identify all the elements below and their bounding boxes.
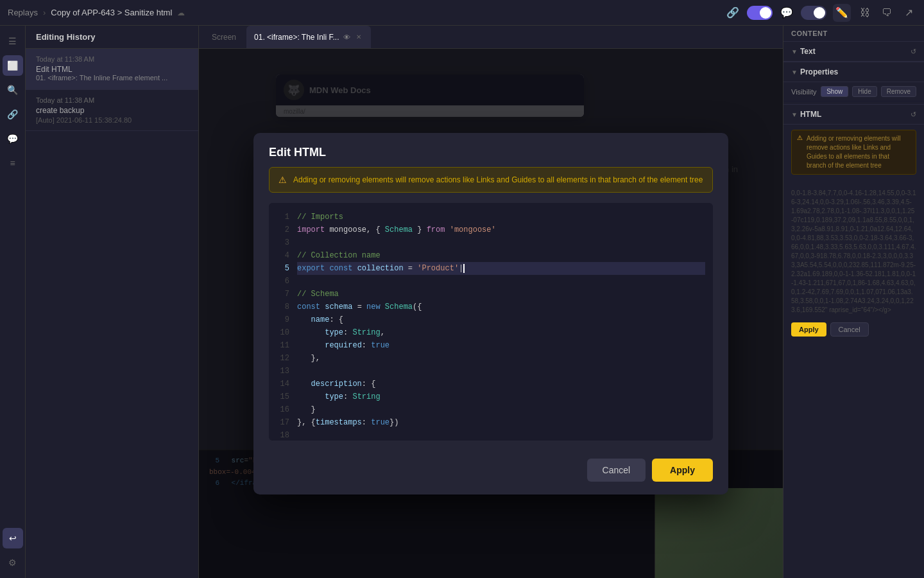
right-panel: CONTENT ▼ Text ↺ ▼ Properties Visibility…	[783, 26, 924, 578]
code-line-8: const schema = new Schema({	[297, 301, 705, 313]
settings-icon[interactable]: ⚙	[3, 552, 23, 573]
html-section-header[interactable]: ▼ HTML ↺	[783, 104, 924, 125]
modal-header: Edit HTML ⚠ Adding or removing elements …	[253, 133, 728, 203]
modal-overlay[interactable]: Edit HTML ⚠ Adding or removing elements …	[199, 49, 783, 578]
html-cancel-button[interactable]: Cancel	[830, 322, 869, 337]
code-line-4: // Collection name	[297, 249, 705, 262]
html-reset-icon[interactable]: ↺	[911, 110, 916, 119]
comment-icon[interactable]: 💬	[779, 5, 794, 21]
document-title: Copy of APP-643 > Sanitize html	[51, 8, 172, 17]
html-apply-button[interactable]: Apply	[791, 322, 826, 337]
cloud-icon: ☁	[177, 8, 185, 17]
code-line-9: name: {	[297, 313, 705, 326]
chain-icon[interactable]: ⛓	[857, 5, 873, 21]
toggle-icon[interactable]	[747, 6, 773, 20]
breadcrumb-separator: ›	[43, 8, 46, 17]
html-data-text: 0,0-1.8-3.84,7.7,0,0-4.16-1.28,14.55,0,0…	[791, 189, 916, 315]
tab-screen-label: Screen	[212, 33, 236, 42]
code-line-14: description: {	[297, 378, 705, 390]
history-sub-2: [Auto] 2021-06-11 15:38:24.80	[36, 116, 188, 124]
tab-bar: Screen 01. <iframe>: The Inli F... 👁 ✕	[199, 26, 783, 49]
code-line-11: required: true	[297, 339, 705, 352]
modal-cancel-button[interactable]: Cancel	[587, 459, 646, 482]
code-line-7: // Schema	[297, 288, 705, 301]
text-section-title: ▼ Text	[791, 47, 907, 56]
toggle2-icon[interactable]	[801, 6, 826, 20]
html-warning: ⚠ Adding or removing elements will remov…	[791, 130, 916, 175]
link-icon2[interactable]: 🔗	[3, 104, 23, 125]
history-item-edit-html[interactable]: Today at 11:38 AM Edit HTML 01. <iframe>…	[26, 49, 198, 90]
share-icon[interactable]: ↗	[901, 5, 916, 21]
properties-section-header[interactable]: ▼ Properties	[783, 62, 924, 82]
edit-icon[interactable]: ✏️	[833, 4, 851, 22]
link-icon[interactable]: 🔗	[725, 5, 740, 21]
code-line-6	[297, 275, 705, 288]
tab-screen[interactable]: Screen	[204, 26, 244, 48]
warning-icon: ⚠	[278, 175, 287, 185]
html-section-body: ⚠ Adding or removing elements will remov…	[783, 125, 924, 185]
replays-label[interactable]: Replays	[8, 8, 38, 17]
history-timestamp-1: Today at 11:38 AM	[36, 55, 188, 63]
code-line-2: import mongoose, { Schema } from 'mongoo…	[297, 223, 705, 236]
warning-text: Adding or removing elements will remove …	[293, 174, 703, 186]
code-line-17: }, {timestamps: true})	[297, 416, 705, 429]
code-line-1: // Imports	[297, 211, 705, 223]
code-content[interactable]: // Imports import mongoose, { Schema } f…	[297, 203, 713, 441]
html-warning-icon: ⚠	[797, 134, 803, 170]
tab-preview-icon[interactable]: 👁	[343, 33, 350, 41]
code-line-10: type: String,	[297, 326, 705, 339]
content-section-label: CONTENT	[783, 26, 924, 42]
code-line-13	[297, 365, 705, 378]
code-editor[interactable]: 1 2 3 4 5 6 7 8 9 10 11	[269, 203, 713, 441]
modal-warning: ⚠ Adding or removing elements will remov…	[269, 167, 713, 193]
visibility-row: Visibility Show Hide Remove	[783, 82, 924, 101]
line-numbers: 1 2 3 4 5 6 7 8 9 10 11	[269, 203, 297, 441]
menu-icon[interactable]: ☰	[3, 31, 23, 51]
left-sidebar: ☰ ⬜ 🔍 🔗 💬 ≡ ↩ ⚙	[0, 26, 26, 578]
code-line-15: type: String	[297, 390, 705, 403]
code-line-18	[297, 429, 705, 441]
tab-iframe-label: 01. <iframe>: The Inli F...	[254, 33, 339, 42]
text-reset-icon[interactable]: ↺	[911, 48, 916, 56]
hide-button[interactable]: Hide	[852, 86, 877, 97]
history-action-1: Edit HTML	[36, 65, 188, 74]
modal-footer: Cancel Apply	[253, 451, 728, 495]
html-apply-cancel-row: Apply Cancel	[783, 319, 924, 343]
text-section-header: ▼ Text ↺	[783, 42, 924, 62]
html-warning-text: Adding or removing elements will remove …	[807, 134, 911, 170]
html-data-content: 0,0-1.8-3.84,7.7,0,0-4.16-1.28,14.55,0,0…	[783, 185, 924, 319]
code-line-12: },	[297, 352, 705, 365]
modal-apply-button[interactable]: Apply	[652, 459, 713, 482]
canvas-area[interactable]: 🐺 MDN Web Docs mozilla/ back sign in Edi…	[199, 49, 783, 578]
feed-icon[interactable]: ≡	[3, 153, 23, 173]
code-line-16: }	[297, 403, 705, 416]
comment-icon2[interactable]: 💬	[3, 128, 23, 149]
history-icon[interactable]: ↩	[3, 528, 23, 548]
show-button[interactable]: Show	[821, 86, 848, 97]
code-line-3	[297, 236, 705, 249]
history-action-2: create backup	[36, 106, 188, 115]
edit-html-modal: Edit HTML ⚠ Adding or removing elements …	[253, 133, 728, 495]
history-timestamp-2: Today at 11:38 AM	[36, 96, 188, 104]
properties-section-title: ▼ Properties	[791, 67, 916, 76]
frame-icon[interactable]: ⬜	[3, 55, 23, 76]
history-panel: Editing History Today at 11:38 AM Edit H…	[26, 26, 199, 578]
chat-icon[interactable]: 🗨	[879, 5, 894, 21]
history-frame-1: 01. <iframe>: The Inline Frame element .…	[36, 74, 188, 82]
search-icon[interactable]: 🔍	[3, 80, 23, 100]
remove-button[interactable]: Remove	[881, 86, 916, 97]
modal-title: Edit HTML	[269, 146, 713, 159]
tab-close-btn[interactable]: ✕	[354, 33, 363, 42]
history-item-backup[interactable]: Today at 11:38 AM create backup [Auto] 2…	[26, 90, 198, 131]
code-line-5: export const collection = 'Product'|	[297, 262, 705, 275]
history-panel-title: Editing History	[26, 26, 198, 49]
visibility-label: Visibility	[791, 88, 817, 96]
center-area: Screen 01. <iframe>: The Inli F... 👁 ✕ 🐺…	[199, 26, 783, 578]
html-section-title: ▼ HTML	[791, 110, 907, 119]
tab-iframe[interactable]: 01. <iframe>: The Inli F... 👁 ✕	[246, 26, 371, 48]
topbar: Replays › Copy of APP-643 > Sanitize htm…	[0, 0, 924, 26]
